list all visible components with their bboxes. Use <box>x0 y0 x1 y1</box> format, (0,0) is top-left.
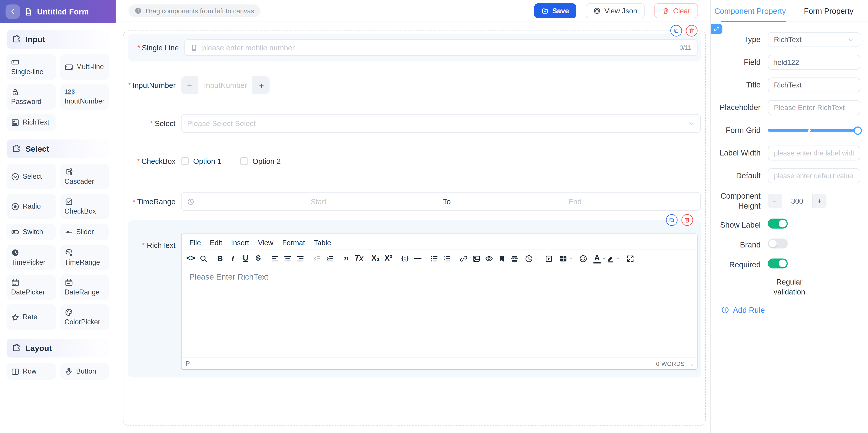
decrement-button[interactable]: − <box>181 76 198 94</box>
checkbox-box-icon[interactable] <box>240 157 248 165</box>
checkbox-box-icon[interactable] <box>181 157 189 165</box>
slider-track[interactable] <box>768 129 858 132</box>
brand-toggle[interactable] <box>768 239 788 249</box>
anchor-icon[interactable] <box>495 252 508 265</box>
delete-row-button[interactable] <box>686 25 698 36</box>
page-break-icon[interactable] <box>508 252 521 265</box>
align-left-icon[interactable] <box>269 252 281 265</box>
text-color-icon[interactable]: A <box>593 252 606 265</box>
time-end-placeholder[interactable]: End <box>455 197 694 206</box>
menu-table[interactable]: Table <box>309 237 336 248</box>
slider-handle[interactable] <box>854 126 862 134</box>
required-toggle[interactable] <box>768 259 788 269</box>
time-range-input[interactable]: Start To End <box>181 192 701 211</box>
view-json-button[interactable]: View Json <box>586 3 645 18</box>
numbered-list-icon[interactable]: 123 <box>440 252 453 265</box>
superscript-icon[interactable]: X² <box>382 252 395 265</box>
select-input[interactable]: Please Select Select <box>181 114 701 133</box>
menu-edit[interactable]: Edit <box>205 237 226 248</box>
single-line-input[interactable]: please enter mobile number 0/11 <box>184 39 698 56</box>
source-code-icon[interactable]: <> <box>184 252 197 265</box>
canvas-row-time-range[interactable]: *TimeRange Start To End <box>128 192 701 211</box>
editor-content[interactable]: Please Enter RichText <box>182 267 697 358</box>
copy-row-button[interactable] <box>666 214 677 226</box>
sidebar-section-select[interactable]: Select <box>6 140 109 158</box>
table-icon[interactable] <box>559 252 573 265</box>
form-grid-slider[interactable] <box>768 123 860 138</box>
italic-icon[interactable]: I <box>226 252 239 265</box>
back-button[interactable] <box>5 4 20 19</box>
sidebar-item-rate[interactable]: Rate <box>6 304 56 330</box>
delete-row-button[interactable] <box>682 214 693 226</box>
type-select[interactable]: RichText <box>768 32 860 47</box>
sidebar-item-single-line[interactable]: Single-line <box>6 54 56 80</box>
highlight-icon[interactable] <box>606 252 620 265</box>
canvas-row-rich-text[interactable]: *RichText FileEditInsertViewFormatTable … <box>128 220 701 378</box>
sidebar-item-colorpicker[interactable]: ColorPicker <box>60 304 109 330</box>
preview-icon[interactable] <box>483 252 495 265</box>
increment-button[interactable]: + <box>813 194 827 208</box>
sidebar-item-timerange[interactable]: TimeRange <box>60 245 109 270</box>
insert-link-icon[interactable] <box>457 252 470 265</box>
checkbox-option-2[interactable]: Option 2 <box>240 157 281 165</box>
insert-image-icon[interactable] <box>470 252 483 265</box>
sidebar-item-richtext[interactable]: RichText <box>6 114 56 130</box>
link-handle-button[interactable] <box>711 24 722 34</box>
show-label-toggle[interactable] <box>768 219 788 229</box>
sidebar-section-layout[interactable]: Layout <box>6 339 109 358</box>
sidebar-item-inputnumber[interactable]: 123InputNumber <box>60 84 109 110</box>
menu-format[interactable]: Format <box>278 237 309 248</box>
subscript-icon[interactable]: X₂ <box>369 252 382 265</box>
add-rule-button[interactable]: Add Rule <box>711 299 868 315</box>
default-value-input[interactable]: please enter default value <box>768 168 860 183</box>
sidebar-item-slider[interactable]: Slider <box>60 223 109 240</box>
number-input[interactable]: InputNumber <box>198 76 253 94</box>
outdent-icon[interactable] <box>311 252 323 265</box>
resize-grip-icon[interactable] <box>688 361 693 366</box>
datetime-icon[interactable] <box>525 252 539 265</box>
placeholder-input[interactable]: Please Enter RichText <box>768 100 860 115</box>
title-input[interactable]: RichText <box>768 78 860 92</box>
underline-icon[interactable]: U <box>239 252 252 265</box>
bold-icon[interactable]: B <box>214 252 226 265</box>
sidebar-item-daterange[interactable]: DateRange <box>60 275 109 300</box>
sidebar-item-timepicker[interactable]: TimePicker <box>6 245 56 270</box>
sidebar-item-cascader[interactable]: Cascader <box>60 164 109 189</box>
menu-view[interactable]: View <box>253 237 278 248</box>
sidebar-item-datepicker[interactable]: DatePicker <box>6 275 56 300</box>
canvas-row-select[interactable]: *Select Please Select Select <box>128 114 701 133</box>
strikethrough-icon[interactable]: S <box>252 252 265 265</box>
canvas-row-checkbox[interactable]: *CheckBox Option 1 Option 2 <box>128 152 701 171</box>
search-icon[interactable] <box>197 252 210 265</box>
sidebar-item-switch[interactable]: Switch <box>6 223 56 240</box>
align-center-icon[interactable] <box>281 252 294 265</box>
sidebar-item-button[interactable]: Button <box>60 363 109 380</box>
time-start-placeholder[interactable]: Start <box>199 197 438 206</box>
fullscreen-icon[interactable] <box>624 252 637 265</box>
media-icon[interactable] <box>542 252 555 265</box>
clear-button[interactable]: Clear <box>654 3 698 18</box>
copy-row-button[interactable] <box>671 25 682 36</box>
increment-button[interactable]: + <box>253 76 270 94</box>
sidebar-section-input[interactable]: Input <box>6 30 109 49</box>
tab-form-property[interactable]: Form Property <box>789 0 868 22</box>
field-name-input[interactable]: field122 <box>768 55 860 70</box>
canvas-row-single-line[interactable]: *Single Line please enter mobile number … <box>128 34 701 61</box>
sidebar-item-radio[interactable]: Radio <box>6 194 56 219</box>
tab-component-property[interactable]: Component Property <box>711 0 789 22</box>
clear-format-icon[interactable]: Tx <box>352 252 365 265</box>
emoticons-icon[interactable] <box>577 252 590 265</box>
canvas-row-input-number[interactable]: *InputNumber − InputNumber + <box>128 76 701 94</box>
horizontal-rule-icon[interactable]: — <box>411 252 424 265</box>
decrement-button[interactable]: − <box>768 194 782 208</box>
sidebar-item-select[interactable]: Select <box>6 164 56 189</box>
blockquote-icon[interactable]: ” <box>340 252 352 265</box>
save-button[interactable]: Save <box>534 3 576 18</box>
checkbox-option-1[interactable]: Option 1 <box>181 157 221 165</box>
sidebar-item-row[interactable]: Row <box>6 363 56 380</box>
component-height-input[interactable]: 300 <box>782 194 813 208</box>
menu-insert[interactable]: Insert <box>227 237 254 248</box>
sidebar-item-password[interactable]: Password <box>6 84 56 110</box>
align-right-icon[interactable] <box>294 252 307 265</box>
form-canvas[interactable]: *Single Line please enter mobile number … <box>123 31 706 426</box>
